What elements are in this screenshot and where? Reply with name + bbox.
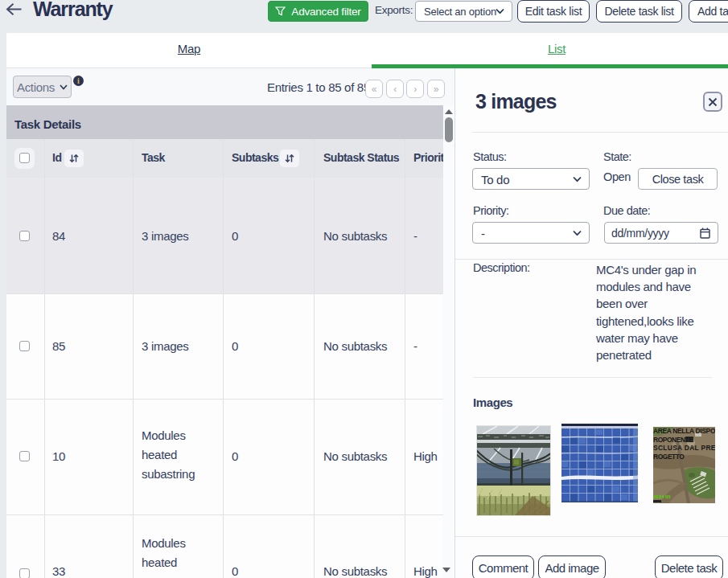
svg-text:ROPONENTE: ROPONENTE [653, 436, 693, 444]
svg-text:ROGETTO: ROGETTO [653, 453, 685, 461]
svg-text:AREA NELLA DISPO: AREA NELLA DISPO [653, 427, 715, 435]
svg-text:SCLUSA DAL PRE: SCLUSA DAL PRE [653, 444, 715, 452]
svg-text:2024 05: 2024 05 [653, 494, 671, 499]
